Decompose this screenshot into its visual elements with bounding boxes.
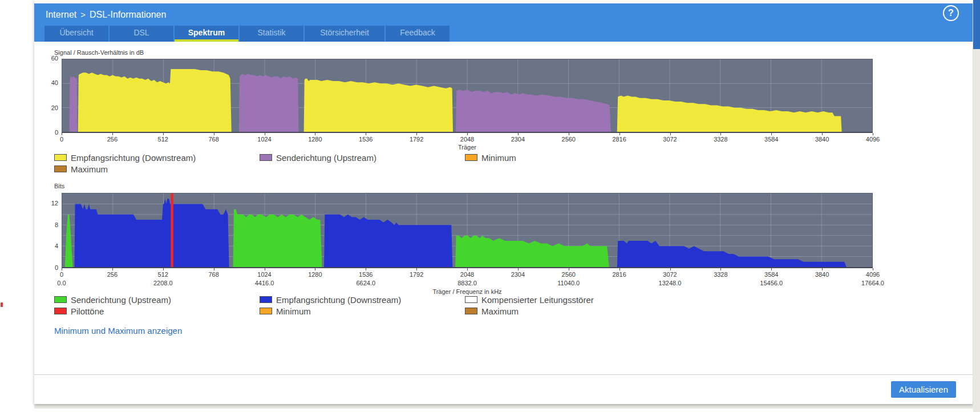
legend-label: Senderichtung (Upstream) bbox=[276, 153, 376, 163]
x-tick-label: 2304 bbox=[511, 271, 525, 278]
x-tick-label: 2048 bbox=[460, 271, 474, 278]
x-tickmark bbox=[214, 268, 214, 270]
x-tickmark bbox=[315, 133, 315, 135]
legend-swatch bbox=[260, 296, 272, 303]
frequency-tick-label: 2208.0 bbox=[153, 280, 173, 286]
x-tick-label: 3584 bbox=[764, 271, 778, 278]
x-tick-label: 2048 bbox=[460, 136, 474, 143]
y-tick-label: 12 bbox=[41, 200, 58, 207]
bits-x-axis-frequency: 0.02208.04416.06624.08832.011040.013248.… bbox=[62, 280, 873, 288]
page-root: Internet>DSL-Informationen ? Übersicht D… bbox=[0, 0, 980, 412]
legend-swatch bbox=[465, 308, 477, 314]
x-tickmark bbox=[518, 133, 519, 135]
tab-uebersicht[interactable]: Übersicht bbox=[44, 26, 108, 42]
x-tick-label: 3328 bbox=[714, 136, 727, 143]
scrollbar-track[interactable] bbox=[973, 0, 980, 412]
x-tickmark bbox=[720, 268, 721, 270]
tab-statistik[interactable]: Statistik bbox=[240, 26, 303, 42]
legend-label: Maximum bbox=[481, 306, 519, 316]
refresh-button[interactable]: Aktualisieren bbox=[891, 381, 956, 398]
series-band bbox=[239, 74, 299, 132]
legend-label: Minimum bbox=[276, 306, 311, 316]
x-tickmark bbox=[619, 268, 620, 270]
x-tick-label: 4096 bbox=[866, 136, 880, 143]
series-band bbox=[617, 241, 847, 267]
y-tick-label: 20 bbox=[41, 104, 58, 111]
legend-swatch bbox=[260, 154, 272, 161]
series-band bbox=[324, 215, 452, 267]
x-tickmark bbox=[873, 268, 873, 270]
x-tick-label: 2816 bbox=[612, 136, 626, 143]
x-tickmark bbox=[670, 268, 671, 270]
snr-x-axis: 0256512768102412801536179220482304256028… bbox=[62, 136, 873, 144]
x-tick-label: 1280 bbox=[308, 271, 322, 278]
legend-swatch bbox=[54, 154, 67, 161]
legend-item: Maximum bbox=[54, 164, 108, 174]
x-tick-label: 1792 bbox=[410, 136, 423, 143]
legend-swatch bbox=[465, 296, 477, 303]
bits-spectrum-svg bbox=[62, 193, 872, 267]
frequency-tick-label: 8832.0 bbox=[457, 280, 477, 286]
x-tick-label: 2560 bbox=[562, 136, 576, 143]
x-tick-label: 3328 bbox=[714, 271, 727, 278]
bits-plot-area bbox=[62, 193, 873, 268]
legend-item: Minimum bbox=[260, 306, 311, 316]
x-tick-label: 1536 bbox=[359, 271, 372, 278]
x-tickmark bbox=[163, 268, 164, 270]
tab-dsl[interactable]: DSL bbox=[110, 26, 173, 42]
show-min-max-link[interactable]: Minimum und Maximum anzeigen bbox=[54, 326, 182, 336]
series-band bbox=[233, 209, 322, 267]
frequency-tick-label: 17664.0 bbox=[861, 280, 884, 286]
legend-item: Minimum bbox=[465, 152, 516, 163]
legend-label: Minimum bbox=[481, 153, 516, 163]
snr-plot-area bbox=[62, 59, 873, 133]
x-tickmark bbox=[771, 133, 772, 135]
x-tickmark bbox=[315, 268, 315, 270]
legend-label: Kompensierter Leitungsstörer bbox=[481, 295, 594, 305]
x-tick-label: 1536 bbox=[359, 136, 372, 143]
series-band bbox=[304, 79, 453, 132]
x-tick-label: 3072 bbox=[663, 136, 677, 143]
x-tickmark bbox=[873, 133, 873, 135]
pilot-tone-line bbox=[171, 193, 173, 267]
breadcrumb-section: Internet bbox=[46, 10, 76, 19]
frequency-tick-label: 11040.0 bbox=[557, 280, 580, 286]
x-tickmark bbox=[366, 268, 366, 270]
tab-feedback[interactable]: Feedback bbox=[386, 26, 449, 42]
frequency-tick-label: 4416.0 bbox=[255, 280, 274, 286]
snr-chart-title: Signal / Rausch-Verhältnis in dB bbox=[54, 49, 144, 56]
legend-item: Empfangsrichtung (Downstream) bbox=[260, 294, 401, 305]
tab-spektrum[interactable]: Spektrum bbox=[175, 26, 238, 42]
series-band bbox=[456, 90, 611, 132]
bits-chart-title: Bits bbox=[54, 183, 64, 189]
series-band bbox=[74, 199, 229, 267]
x-tick-label: 1792 bbox=[410, 271, 423, 278]
breadcrumb-separator: > bbox=[76, 10, 90, 19]
series-band bbox=[78, 69, 232, 132]
legend-item: Senderichtung (Upstream) bbox=[54, 294, 171, 305]
x-tickmark bbox=[518, 268, 519, 270]
tab-stoersicherheit[interactable]: Störsicherheit bbox=[305, 26, 384, 42]
bits-x-axis-carrier: 0256512768102412801536179220482304256028… bbox=[62, 271, 873, 279]
x-tickmark bbox=[822, 133, 823, 135]
scrollbar-thumb[interactable] bbox=[973, 0, 980, 49]
legend-item: Kompensierter Leitungsstörer bbox=[465, 294, 594, 305]
x-tickmark bbox=[265, 268, 265, 270]
divider bbox=[34, 374, 973, 375]
x-tick-label: 3840 bbox=[815, 271, 829, 278]
x-tick-label: 768 bbox=[208, 271, 218, 278]
legend-label: Empfangsrichtung (Downstream) bbox=[71, 153, 196, 163]
x-tick-label: 2816 bbox=[612, 271, 626, 278]
x-tickmark bbox=[163, 133, 164, 135]
help-icon[interactable]: ? bbox=[943, 5, 959, 21]
x-tickmark bbox=[265, 133, 265, 135]
x-tick-label: 1280 bbox=[308, 136, 322, 143]
frequency-tick-label: 15456.0 bbox=[760, 280, 783, 286]
legend-swatch bbox=[54, 308, 67, 314]
y-tick-label: 0 bbox=[41, 264, 58, 271]
frequency-tick-label: 0.0 bbox=[57, 280, 66, 286]
tab-bar: Übersicht DSL Spektrum Statistik Störsic… bbox=[44, 26, 449, 42]
legend-swatch bbox=[260, 308, 272, 314]
x-tick-label: 256 bbox=[107, 136, 118, 143]
x-tickmark bbox=[416, 268, 417, 270]
